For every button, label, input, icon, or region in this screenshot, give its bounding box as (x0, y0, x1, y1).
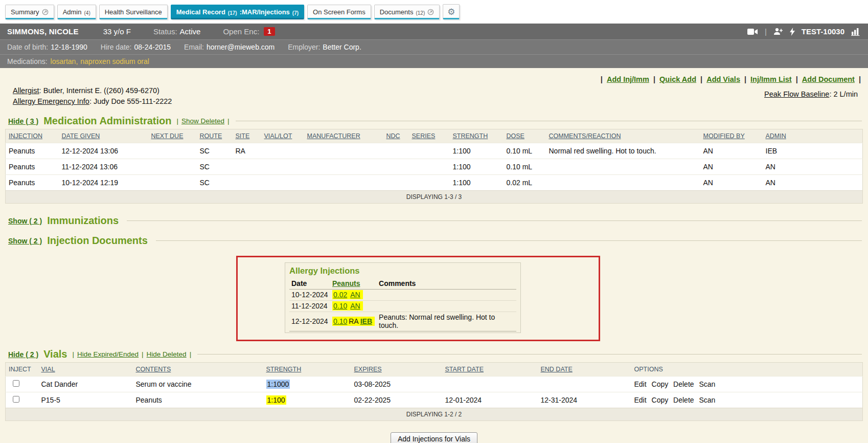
column-header-ndc[interactable]: NDC (386, 132, 400, 140)
medications-label: Medications: (7, 57, 48, 65)
column-header-strength[interactable]: STRENGTH (453, 132, 488, 140)
column-header-strength[interactable]: STRENGTH (266, 366, 302, 373)
dose-link[interactable]: 0.10 (333, 302, 347, 310)
settings-tab[interactable]: ⚙ (443, 4, 460, 19)
edit-link[interactable]: Edit (634, 380, 647, 388)
scan-link[interactable]: Scan (699, 380, 715, 388)
tab-medical-record[interactable]: Medical Record (17) :MAR/Injections (7) (171, 5, 304, 19)
lightning-icon[interactable] (790, 28, 795, 36)
column-header-admin[interactable]: ADMIN (766, 132, 786, 140)
column-header-vial-lot[interactable]: VIAL/LOT (264, 132, 292, 140)
scan-link[interactable]: Scan (699, 396, 715, 404)
strength-highlight: 1:1000 (266, 380, 290, 389)
allergist-link[interactable]: Allergist (13, 86, 39, 95)
cell-site (233, 175, 261, 191)
column-header-site[interactable]: SITE (236, 132, 250, 140)
hire-date-label: Hire date: (101, 43, 132, 51)
inj-imm-list-link[interactable]: Inj/Imm List (750, 75, 792, 83)
hide-vials-link[interactable]: Hide ( 2 ) (8, 350, 38, 359)
cell-dose: 0.02 mL (504, 175, 546, 191)
delete-link[interactable]: Delete (673, 396, 694, 404)
vial-row[interactable]: P15-5 Peanuts 1:100 02-22-2025 12-01-202… (6, 392, 863, 408)
cell-comment (377, 301, 516, 312)
hide-medication-administration-link[interactable]: Hide ( 3 ) (8, 117, 38, 125)
inject-checkbox[interactable] (13, 380, 19, 387)
column-header-dose[interactable]: DOSE (507, 132, 524, 140)
medication-link-naproxen[interactable]: naproxen sodium oral (80, 57, 149, 65)
open-encounter-badge[interactable]: 1 (264, 27, 275, 36)
medications-separator: , (76, 57, 78, 65)
dose-link[interactable]: 0.02 (333, 291, 347, 299)
cell-contents: Peanuts (133, 392, 263, 408)
add-document-link[interactable]: Add Document (802, 75, 855, 83)
inject-checkbox[interactable] (13, 396, 19, 403)
tab-documents[interactable]: Documents (12) (374, 5, 440, 19)
dose-link[interactable]: 0.10 (333, 317, 347, 325)
delete-link[interactable]: Delete (673, 380, 694, 388)
column-header-manufacturer[interactable]: MANUFACTURER (307, 132, 360, 140)
initials-link[interactable]: IEB (360, 317, 372, 325)
column-header-peanuts[interactable]: Peanuts (332, 279, 360, 287)
column-header-next-due[interactable]: NEXT DUE (151, 132, 184, 140)
cell-route: SC (197, 159, 233, 175)
cell-vial: P15-5 (38, 392, 133, 408)
show-deleted-link[interactable]: Show Deleted (181, 117, 224, 125)
allergy-emergency-link[interactable]: Allergy Emergency Info (13, 97, 89, 105)
main-content: Allergist: Butler, Internist E. ((260) 4… (0, 68, 868, 443)
cell-date: 12-12-2024 (289, 312, 330, 331)
tab-on-screen-forms[interactable]: On Screen Forms (307, 5, 371, 19)
tab-summary[interactable]: Summary (5, 5, 54, 19)
vial-row[interactable]: Cat Dander Serum or vaccine 1:1000 03-08… (6, 376, 863, 392)
tab-admin[interactable]: Admin (4) (57, 5, 96, 19)
cell-end-date (538, 376, 631, 392)
medication-link-losartan[interactable]: losartan (51, 57, 76, 65)
tab-label: On Screen Forms (313, 8, 366, 16)
column-header-vial[interactable]: VIAL (41, 366, 55, 373)
initials-link[interactable]: AN (350, 291, 360, 299)
medication-administration-table: INJECTION DATE GIVEN NEXT DUE ROUTE SITE… (5, 129, 863, 204)
medication-row[interactable]: Peanuts 11-12-2024 13:06 SC 1:100 0.10 m… (6, 159, 863, 175)
separator: | (601, 75, 603, 83)
initials-link[interactable]: AN (350, 302, 360, 310)
tab-health-surveillance[interactable]: Health Surveillance (99, 5, 168, 19)
video-camera-icon[interactable] (747, 28, 758, 35)
column-header-date-given[interactable]: DATE GIVEN (62, 132, 100, 140)
column-header-series[interactable]: SERIES (412, 132, 436, 140)
column-header-start-date[interactable]: START DATE (445, 366, 484, 373)
medication-row[interactable]: Peanuts 12-12-2024 13:06 SC RA 1:100 0.1… (6, 143, 863, 159)
add-user-icon[interactable] (773, 28, 783, 35)
show-injection-documents-link[interactable]: Show ( 2 ) (8, 237, 42, 245)
tab-count: (17) (228, 10, 237, 16)
popup-icon[interactable] (427, 9, 434, 15)
show-immunizations-link[interactable]: Show ( 2 ) (8, 217, 42, 225)
column-header-modified-by[interactable]: MODIFIED BY (703, 132, 745, 140)
hide-expired-ended-link[interactable]: Hide Expired/Ended (77, 350, 139, 358)
cell-route: SC (197, 143, 233, 159)
cell-options: Edit Copy Delete Scan (631, 376, 863, 392)
medication-row[interactable]: Peanuts 10-12-2024 12:19 SC 1:100 0.02 m… (6, 175, 863, 191)
popup-icon[interactable] (42, 9, 49, 15)
column-header-expires[interactable]: EXPIRES (354, 366, 382, 373)
quick-add-link[interactable]: Quick Add (659, 75, 696, 83)
patient-age-sex: 33 y/o F (103, 27, 131, 36)
email-value: horner@mieweb.com (207, 43, 275, 51)
add-injections-for-vials-button[interactable]: Add Injections for Vials (391, 432, 477, 443)
column-header-inject: INJECT (9, 366, 31, 373)
copy-link[interactable]: Copy (652, 380, 669, 388)
employer-value: Better Corp. (323, 43, 361, 51)
cell-ndc (383, 175, 409, 191)
peak-flow-link[interactable]: Peak Flow Baseline (764, 90, 829, 98)
hide-deleted-link[interactable]: Hide Deleted (147, 350, 187, 358)
medications-bar: Medications: losartan , naproxen sodium … (0, 54, 868, 68)
column-header-contents[interactable]: CONTENTS (136, 366, 171, 373)
edit-link[interactable]: Edit (634, 396, 647, 404)
copy-link[interactable]: Copy (652, 396, 669, 404)
add-inj-imm-link[interactable]: Add Inj/Imm (607, 75, 649, 83)
add-vials-link[interactable]: Add Vials (706, 75, 740, 83)
column-header-end-date[interactable]: END DATE (541, 366, 573, 373)
column-header-injection[interactable]: INJECTION (9, 132, 42, 140)
table-header-row: INJECTION DATE GIVEN NEXT DUE ROUTE SITE… (6, 129, 863, 143)
chart-icon[interactable] (851, 28, 861, 36)
column-header-comments-reaction[interactable]: COMMENTS/REACTION (549, 132, 621, 140)
column-header-route[interactable]: ROUTE (200, 132, 222, 140)
